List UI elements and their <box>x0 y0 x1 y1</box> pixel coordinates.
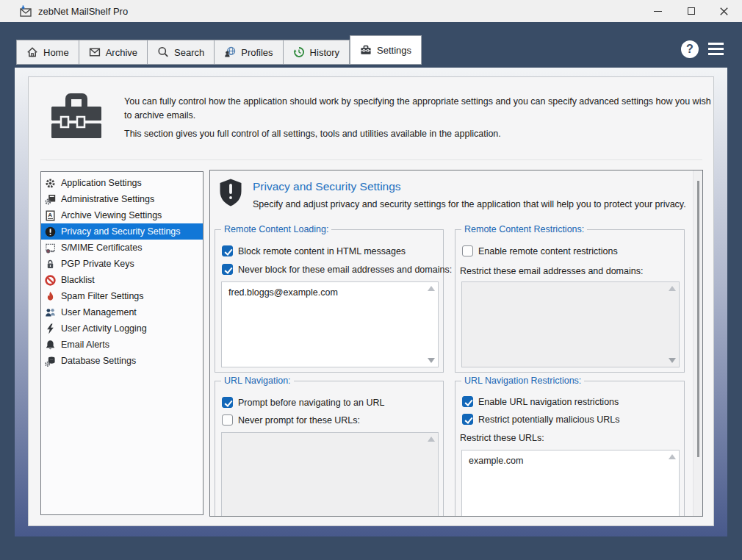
checkbox-label: Enable URL navigation restrictions <box>478 397 619 407</box>
tab-home[interactable]: Home <box>16 40 79 65</box>
app-envelope-icon <box>19 5 32 21</box>
tab-label: History <box>310 47 339 58</box>
sidebar-item-smime-certificates[interactable]: S/MIME Certificates <box>41 240 203 256</box>
gear-icon <box>45 178 56 189</box>
shield-alert-icon <box>219 178 242 210</box>
never-prompt-list-textarea[interactable] <box>221 432 439 517</box>
field-label: Restrict these URLs: <box>460 433 544 443</box>
scroll-down-icon[interactable] <box>669 358 676 363</box>
sidebar-item-privacy-and-security-settings[interactable]: Privacy and Security Settings <box>41 223 203 240</box>
tab-history[interactable]: History <box>284 40 350 65</box>
checkbox-label: Block remote content in HTML messages <box>238 246 406 256</box>
group-remote-content-loading: Remote Content Loading: Block remote con… <box>215 229 444 373</box>
sidebar-item-label: User Activity Logging <box>61 323 147 334</box>
profiles-globe-icon <box>224 46 236 58</box>
sidebar-item-label: PGP Private Keys <box>61 259 134 269</box>
alert-circle-icon <box>45 226 56 237</box>
tab-search[interactable]: Search <box>148 40 215 65</box>
checkbox-prompt-before-navigating[interactable] <box>222 397 233 408</box>
panel-scrollbar[interactable] <box>693 170 702 516</box>
toolbox-icon <box>360 44 372 56</box>
tab-label: Search <box>174 47 204 58</box>
sidebar-item-administrative-settings[interactable]: Administrative Settings <box>41 191 203 207</box>
database-gear-icon <box>45 356 56 367</box>
archive-document-icon: A <box>45 210 56 221</box>
sidebar-item-label: Archive Viewing Settings <box>61 210 162 220</box>
menu-button[interactable] <box>708 43 724 55</box>
checkbox-label: Prompt before navigating to an URL <box>238 398 384 408</box>
privacy-security-panel: Privacy and Security Settings Specify an… <box>209 170 703 517</box>
sidebar-item-email-alerts[interactable]: Email Alerts <box>41 337 203 353</box>
group-title: Remote Content Loading: <box>221 224 331 235</box>
panel-subtitle: Specify and adjust privacy and security … <box>253 199 686 209</box>
certificate-icon <box>45 243 56 254</box>
group-title: URL Navigation: <box>221 376 294 387</box>
minimize-icon <box>654 11 662 12</box>
sidebar-item-blacklist[interactable]: Blacklist <box>41 272 203 288</box>
close-button[interactable] <box>707 0 741 22</box>
tab-bar: Home Archive Search Profiles <box>16 35 422 65</box>
sidebar-item-label: S/MIME Certificates <box>61 243 142 253</box>
checkbox-enable-remote-content-restrictions[interactable] <box>462 245 473 256</box>
sidebar-item-label: User Management <box>61 307 137 317</box>
scroll-up-icon[interactable] <box>428 286 435 291</box>
tab-profiles[interactable]: Profiles <box>215 40 283 65</box>
padlock-icon <box>45 259 56 270</box>
maximize-icon <box>688 7 695 15</box>
scroll-up-icon[interactable] <box>669 454 676 459</box>
question-mark-icon: ? <box>686 43 694 56</box>
checkbox-enable-url-restrictions[interactable] <box>462 396 473 407</box>
tab-label: Profiles <box>241 47 273 58</box>
sidebar-item-application-settings[interactable]: Application Settings <box>41 175 203 191</box>
settings-card: You can fully control how the applicatio… <box>28 76 714 526</box>
group-url-navigation-restrictions: URL Navigation Restrictions: Enable URL … <box>455 381 685 517</box>
home-icon <box>26 46 38 58</box>
header-separator <box>40 159 702 160</box>
group-url-navigation: URL Navigation: Prompt before navigating… <box>215 381 444 517</box>
panel-title: Privacy and Security Settings <box>253 180 401 193</box>
group-title: URL Navigation Restrictions: <box>461 376 584 387</box>
sidebar-item-database-settings[interactable]: Database Settings <box>41 353 203 369</box>
sidebar-item-user-activity-logging[interactable]: User Activity Logging <box>41 320 203 337</box>
checkbox-restrict-malicious-urls[interactable] <box>462 414 473 425</box>
scroll-up-icon[interactable] <box>428 437 435 442</box>
group-title: Remote Content Restrictions: <box>461 224 587 235</box>
intro-paragraph-1: You can fully control how the applicatio… <box>124 95 712 123</box>
hamburger-icon <box>708 43 724 45</box>
maximize-button[interactable] <box>674 0 707 22</box>
restrict-addresses-textarea[interactable] <box>461 281 680 367</box>
tab-label: Settings <box>377 45 411 56</box>
history-icon <box>293 46 305 58</box>
checkbox-label: Restrict potentially malicious URLs <box>478 414 619 425</box>
checkbox-never-block-addresses[interactable] <box>222 264 233 275</box>
sidebar-item-pgp-private-keys[interactable]: PGP Private Keys <box>41 256 203 272</box>
never-block-list-textarea[interactable]: fred.bloggs@example.com <box>221 281 439 367</box>
sidebar-item-user-management[interactable]: User Management <box>41 304 203 320</box>
users-icon <box>45 307 56 318</box>
toolbox-big-icon <box>49 90 104 143</box>
checkbox-block-remote-content[interactable] <box>222 245 233 256</box>
checkbox-never-prompt-urls[interactable] <box>222 414 233 426</box>
sidebar-item-spam-filter-settings[interactable]: Spam Filter Settings <box>41 288 203 304</box>
minimize-button[interactable] <box>641 0 674 22</box>
scroll-up-icon[interactable] <box>669 286 676 291</box>
settings-category-list: Application Settings Administrative Sett… <box>40 171 203 515</box>
checkbox-label: Enable remote content restrictions <box>478 246 618 256</box>
page-background: You can fully control how the applicatio… <box>15 68 727 536</box>
help-button[interactable]: ? <box>681 40 699 58</box>
scroll-down-icon[interactable] <box>428 358 435 363</box>
window-title: zebNet MailShelf Pro <box>38 6 128 17</box>
textarea-value: fred.bloggs@example.com <box>228 287 338 298</box>
sidebar-item-label: Application Settings <box>61 178 142 188</box>
scrollbar-thumb[interactable] <box>697 181 699 457</box>
sidebar-item-archive-viewing-settings[interactable]: A Archive Viewing Settings <box>41 207 203 223</box>
search-icon <box>157 46 169 58</box>
restrict-urls-textarea[interactable]: example.com <box>461 450 680 517</box>
block-icon <box>45 275 56 286</box>
titlebar: zebNet MailShelf Pro <box>0 0 742 22</box>
tab-label: Archive <box>106 47 137 58</box>
intro-paragraph-2: This section gives you full control of a… <box>124 127 712 141</box>
tab-settings[interactable]: Settings <box>350 35 422 65</box>
flame-icon <box>45 291 56 302</box>
tab-archive[interactable]: Archive <box>79 40 148 65</box>
